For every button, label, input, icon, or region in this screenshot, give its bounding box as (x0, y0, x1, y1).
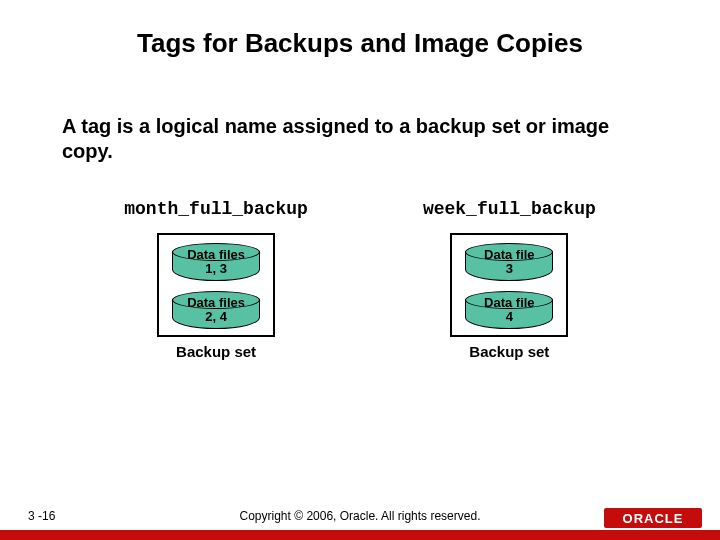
slide-subtitle: A tag is a logical name assigned to a ba… (0, 59, 720, 164)
disk-label-line2: 2, 4 (205, 310, 227, 324)
disk-icon: Data file 4 (465, 291, 553, 329)
footer-red-bar (0, 530, 720, 540)
left-column: month_full_backup Data files 1, 3 Data f… (124, 199, 308, 360)
disk-icon: Data file 3 (465, 243, 553, 281)
right-tag-label: week_full_backup (423, 199, 596, 219)
diagram-area: month_full_backup Data files 1, 3 Data f… (0, 199, 720, 360)
oracle-logo: ORACLE (604, 508, 702, 528)
disk-label-line1: Data files (187, 296, 245, 310)
disk-label-line2: 4 (506, 310, 513, 324)
disk-label-line2: 3 (506, 262, 513, 276)
disk-icon: Data files 2, 4 (172, 291, 260, 329)
disk-icon: Data files 1, 3 (172, 243, 260, 281)
left-tag-label: month_full_backup (124, 199, 308, 219)
disk-label-line2: 1, 3 (205, 262, 227, 276)
left-caption: Backup set (124, 343, 308, 360)
right-column: week_full_backup Data file 3 Data file 4… (423, 199, 596, 360)
disk-label-line1: Data files (187, 248, 245, 262)
right-caption: Backup set (423, 343, 596, 360)
disk-label-line1: Data file (484, 248, 535, 262)
left-backup-set-box: Data files 1, 3 Data files 2, 4 (157, 233, 275, 337)
slide-title: Tags for Backups and Image Copies (0, 0, 720, 59)
footer: 3 -16 Copyright © 2006, Oracle. All righ… (0, 506, 720, 540)
disk-label-line1: Data file (484, 296, 535, 310)
right-backup-set-box: Data file 3 Data file 4 (450, 233, 568, 337)
